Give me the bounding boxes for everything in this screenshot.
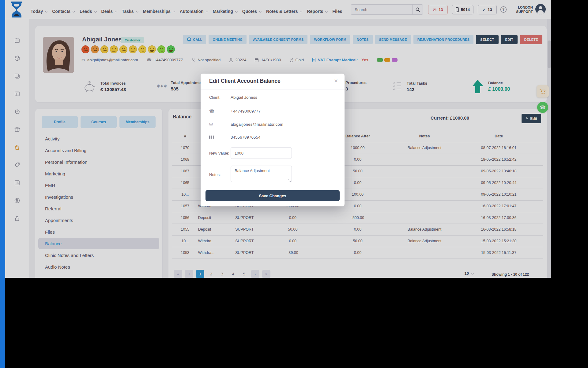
modal-new-value-row: New Value:	[209, 147, 336, 159]
modal-phone-row: ☎ +447490009777	[209, 109, 336, 113]
modal-divider	[201, 90, 345, 90]
screen-edge-accent	[0, 0, 5, 368]
card-icon	[209, 135, 231, 140]
modal-notes-row: Notes: Balance Adjustment	[209, 166, 336, 183]
client-label: Client:	[209, 95, 231, 100]
close-icon[interactable]: ×	[334, 77, 338, 84]
envelope-icon: ✉	[209, 122, 231, 127]
card-number-value: 3455678976554	[231, 135, 261, 140]
modal-email-row: ✉ abigailjones@mailinator.com	[209, 122, 336, 127]
edit-balance-modal: Edit Client Account Balance × Client: Ab…	[201, 74, 345, 206]
screen: Today Contacts Leads Deals	[0, 0, 588, 368]
phone-value: +447490009777	[231, 109, 261, 113]
new-value-input[interactable]	[231, 147, 292, 159]
save-changes-button[interactable]: Save Changes	[205, 190, 340, 201]
client-value: Abigail Joness	[231, 95, 257, 100]
notes-textarea[interactable]: Balance Adjustment	[231, 166, 292, 182]
phone-icon: ☎	[209, 109, 231, 113]
modal-card-row: 3455678976554	[209, 135, 336, 140]
email-value: abigailjones@mailinator.com	[231, 122, 283, 127]
modal-title: Edit Client Account Balance	[209, 78, 281, 84]
modal-client-row: Client: Abigail Joness	[209, 95, 336, 100]
new-value-label: New Value:	[209, 151, 231, 155]
notes-label: Notes:	[209, 172, 231, 177]
app-window: Today Contacts Leads Deals	[0, 0, 551, 278]
